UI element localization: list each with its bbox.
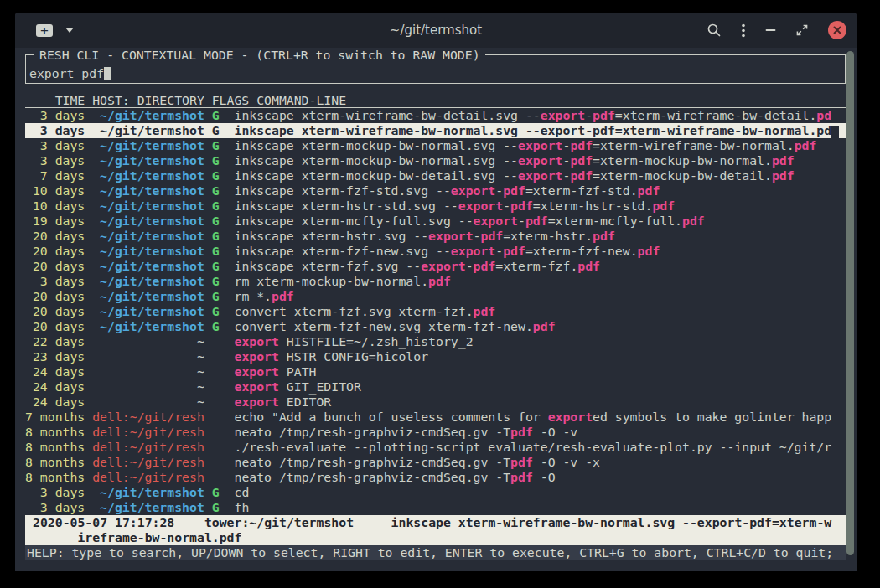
history-row[interactable]: 8 months dell:~/git/resh neato /tmp/resh…	[25, 470, 846, 485]
history-row[interactable]: 20 days ~/git/termshot G rm *.pdf	[25, 289, 846, 304]
help-bar: HELP: type to search, UP/DOWN to select,…	[25, 545, 846, 560]
search-icon[interactable]	[707, 23, 722, 38]
history-row[interactable]: 3 days ~/git/termshot G inkscape xterm-m…	[25, 138, 846, 153]
history-row[interactable]: 20 days ~/git/termshot G inkscape xterm-…	[25, 259, 846, 274]
history-row[interactable]: 3 days ~/git/termshot G inkscape xterm-m…	[25, 153, 846, 168]
scrollbar[interactable]	[846, 51, 854, 555]
history-row[interactable]: 3 days ~/git/termshot G fh	[25, 500, 846, 515]
history-row[interactable]: 20 days ~/git/termshot G inkscape xterm-…	[25, 244, 846, 259]
history-row[interactable]: 8 months dell:~/git/resh neato /tmp/resh…	[25, 455, 846, 470]
history-rows: 3 days ~/git/termshot G inkscape xterm-w…	[25, 108, 846, 515]
text-cursor	[104, 67, 111, 80]
close-icon[interactable]	[828, 21, 846, 39]
history-row[interactable]: 10 days ~/git/termshot G inkscape xterm-…	[25, 183, 846, 199]
status-line-2: ireframe-bw-normal.pdf	[25, 530, 846, 545]
terminal-content: RESH CLI - CONTEXTUAL MODE - (CTRL+R to …	[15, 48, 857, 571]
history-row[interactable]: 7 months dell:~/git/resh echo "Add a bun…	[25, 410, 846, 425]
status-line-1: 2020-05-07 17:17:28 tower:~/git/termshot…	[25, 515, 846, 530]
search-box-label: RESH CLI - CONTEXTUAL MODE - (CTRL+R to …	[34, 48, 485, 63]
history-row[interactable]: 3 days ~/git/termshot G cd	[25, 485, 846, 500]
history-row[interactable]: 19 days ~/git/termshot G inkscape xterm-…	[25, 214, 846, 229]
history-row[interactable]: 10 days ~/git/termshot G inkscape xterm-…	[25, 199, 846, 214]
search-query-text: export pdf	[29, 66, 104, 80]
history-row[interactable]: 24 days ~ export PATH	[25, 364, 846, 379]
history-row[interactable]: 20 days ~/git/termshot G convert xterm-f…	[25, 319, 846, 334]
history-row[interactable]: 3 days ~/git/termshot G rm xterm-mockup-…	[25, 274, 846, 289]
history-row[interactable]: 7 days ~/git/termshot G inkscape xterm-m…	[25, 168, 846, 183]
restore-icon[interactable]	[796, 24, 808, 36]
titlebar: + ~/git/termshot	[15, 13, 857, 48]
history-row[interactable]: 24 days ~ export GIT_EDITOR	[25, 379, 846, 395]
history-row[interactable]: 23 days ~ export HSTR_CONFIG=hicolor	[25, 349, 846, 364]
minimize-icon[interactable]	[765, 24, 776, 36]
table-header: TIME HOST: DIRECTORY FLAGS COMMAND-LINE	[25, 94, 846, 108]
history-row[interactable]: 20 days ~/git/termshot G convert xterm-f…	[25, 304, 846, 319]
history-row[interactable]: 3 days ~/git/termshot G inkscape xterm-w…	[25, 108, 846, 123]
new-tab-icon[interactable]: +	[36, 24, 53, 37]
terminal-window: + ~/git/termshot	[15, 13, 857, 571]
history-row[interactable]: 22 days ~ export HISTFILE=~/.zsh_history…	[25, 334, 846, 349]
history-row[interactable]: 8 months dell:~/git/resh ./resh-evaluate…	[25, 440, 846, 455]
history-row[interactable]: 3 days ~/git/termshot G inkscape xterm-w…	[25, 123, 846, 138]
search-input[interactable]: export pdf	[29, 66, 111, 81]
chevron-down-icon[interactable]	[65, 28, 74, 33]
history-row[interactable]: 20 days ~/git/termshot G inkscape xterm-…	[25, 229, 846, 244]
selection-end-block	[831, 126, 839, 138]
search-box[interactable]: RESH CLI - CONTEXTUAL MODE - (CTRL+R to …	[25, 54, 846, 84]
history-row[interactable]: 8 months dell:~/git/resh neato /tmp/resh…	[25, 425, 846, 440]
status-bar: 2020-05-07 17:17:28 tower:~/git/termshot…	[25, 515, 846, 545]
history-row[interactable]: 24 days ~ export EDITOR	[25, 395, 846, 410]
kebab-menu-icon[interactable]	[742, 23, 745, 38]
